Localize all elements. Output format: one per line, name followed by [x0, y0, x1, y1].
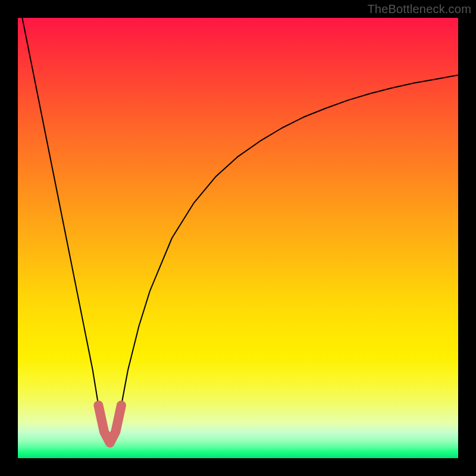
bottleneck-curve — [22, 18, 458, 443]
curve-layer — [18, 18, 458, 458]
chart-frame: TheBottleneck.com — [0, 0, 476, 476]
plot-area — [18, 18, 458, 458]
sweet-spot-marker — [98, 405, 121, 443]
watermark-text: TheBottleneck.com — [367, 2, 471, 16]
